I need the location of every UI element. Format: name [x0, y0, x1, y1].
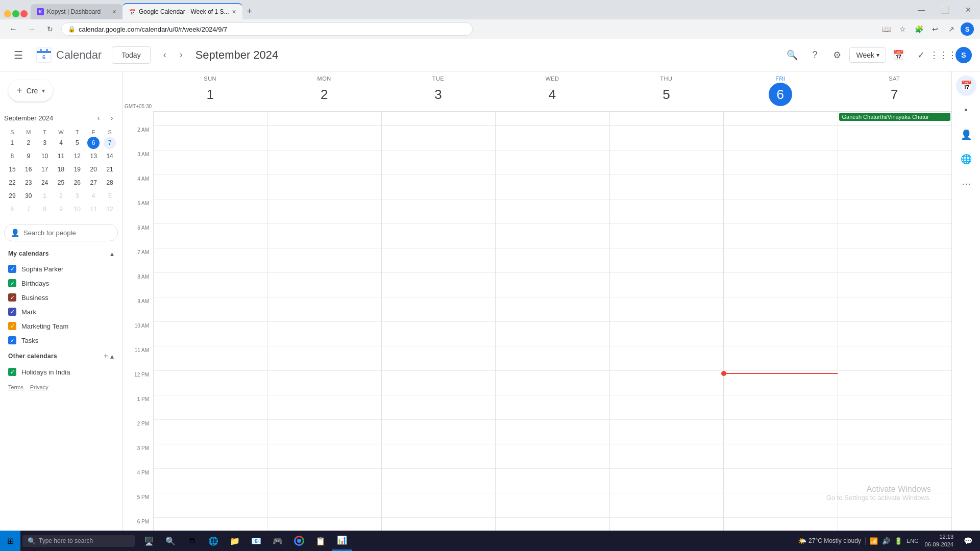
calendar-icon-btn[interactable]: 📅: [888, 45, 909, 65]
ganesh-chaturthi-event[interactable]: Ganesh Chaturthi/Vinayaka Chatur: [839, 113, 950, 121]
col-header-fri[interactable]: FRI 6: [723, 71, 837, 111]
allday-cell-tue[interactable]: [381, 112, 495, 126]
mini-day-2[interactable]: 2: [22, 137, 35, 149]
user-avatar[interactable]: S: [955, 47, 972, 63]
holidays-checkbox[interactable]: ✓: [8, 368, 16, 376]
allday-cell-wed[interactable]: [495, 112, 609, 126]
other-calendars-header[interactable]: Other calendars + ▴: [0, 347, 122, 365]
col-header-sun[interactable]: SUN 1: [153, 71, 267, 111]
volume-icon[interactable]: 🔊: [881, 536, 891, 546]
forward-btn[interactable]: →: [24, 22, 39, 36]
date-thu[interactable]: 5: [654, 83, 678, 106]
mini-cal-prev[interactable]: ‹: [92, 112, 105, 124]
taskbar-app-mail[interactable]: 📧: [246, 531, 266, 551]
taskbar-app-taskview[interactable]: ⧉: [182, 531, 202, 551]
mini-day-18[interactable]: 18: [55, 163, 67, 176]
birthdays-checkbox[interactable]: ✓: [8, 279, 16, 287]
win-close[interactable]: ✕: [957, 2, 980, 17]
mini-day-14[interactable]: 14: [104, 150, 116, 162]
taskbar-app-blue[interactable]: 📊: [332, 531, 352, 551]
cal-item-business[interactable]: ✓ Business: [0, 290, 122, 305]
right-panel-dot-icon[interactable]: •: [956, 100, 976, 120]
tab-kopyst[interactable]: K Kopyst | Dashboard ×: [31, 4, 122, 19]
mini-day-24[interactable]: 24: [39, 177, 51, 189]
date-mon[interactable]: 2: [312, 83, 336, 106]
allday-cell-sun[interactable]: [153, 112, 267, 126]
address-bar[interactable]: 🔒 calendar.google.com/calendar/u/0/r/wee…: [61, 22, 473, 36]
mini-day-17[interactable]: 17: [39, 163, 51, 176]
cal-item-birthdays[interactable]: ✓ Birthdays: [0, 276, 122, 290]
cal-item-mark[interactable]: ✓ Mark: [0, 305, 122, 319]
business-checkbox[interactable]: ✓: [8, 293, 16, 302]
col-header-wed[interactable]: WED 4: [495, 71, 609, 111]
cal-item-sophia[interactable]: ✓ Sophia Parker: [0, 262, 122, 276]
date-sat[interactable]: 7: [883, 83, 906, 106]
mini-day-22[interactable]: 22: [6, 177, 18, 189]
my-calendars-header[interactable]: My calendars ▴: [0, 245, 122, 262]
search-people-field[interactable]: 👤 Search for people: [4, 224, 118, 241]
view-selector[interactable]: Week ▾: [849, 47, 886, 63]
mini-day-oct11[interactable]: 11: [87, 203, 100, 215]
day-col-wed[interactable]: [495, 126, 609, 531]
back-btn[interactable]: ←: [6, 22, 20, 36]
date-wed[interactable]: 4: [541, 83, 564, 106]
mini-day-8[interactable]: 8: [6, 150, 18, 162]
mini-day-oct8[interactable]: 8: [39, 203, 51, 215]
marketing-checkbox[interactable]: ✓: [8, 322, 16, 330]
tasks-icon-btn[interactable]: ✓: [911, 45, 931, 65]
reload-btn[interactable]: ↻: [43, 22, 57, 36]
date-fri-today[interactable]: 6: [769, 83, 792, 106]
mini-day-oct1[interactable]: 1: [39, 190, 51, 202]
apps-btn[interactable]: ⋮⋮⋮: [933, 45, 953, 65]
win-minimize[interactable]: —: [910, 2, 933, 17]
mini-day-20[interactable]: 20: [87, 163, 100, 176]
day-col-mon[interactable]: [267, 126, 381, 531]
mini-day-oct5[interactable]: 5: [104, 190, 116, 202]
bookmark-icon[interactable]: ☆: [895, 22, 910, 36]
gcal-tab-close[interactable]: ×: [232, 8, 236, 16]
terms-link[interactable]: Terms: [8, 384, 23, 390]
maximize-btn[interactable]: [12, 10, 19, 17]
mini-day-10[interactable]: 10: [39, 150, 51, 162]
mini-day-oct9[interactable]: 9: [55, 203, 67, 215]
day-col-sat[interactable]: [838, 126, 951, 531]
mini-day-6-today[interactable]: 6: [87, 137, 100, 149]
day-col-tue[interactable]: [381, 126, 495, 531]
allday-cell-mon[interactable]: [267, 112, 381, 126]
col-header-mon[interactable]: MON 2: [267, 71, 381, 111]
mini-day-30[interactable]: 30: [22, 190, 35, 202]
new-tab-btn[interactable]: +: [242, 4, 257, 18]
taskbar-app-edge[interactable]: 🌐: [203, 531, 224, 551]
sophia-checkbox[interactable]: ✓: [8, 265, 16, 273]
taskbar-clock[interactable]: 12:13 06-09-2024: [922, 533, 957, 549]
right-panel-ellipsis-icon[interactable]: ⋯: [956, 173, 976, 194]
col-header-tue[interactable]: TUE 3: [381, 71, 495, 111]
mini-day-oct2[interactable]: 2: [55, 190, 67, 202]
tasks-checkbox[interactable]: ✓: [8, 336, 16, 344]
notification-center-icon[interactable]: 💬: [960, 533, 976, 549]
mini-day-5[interactable]: 5: [71, 137, 83, 149]
cal-item-marketing[interactable]: ✓ Marketing Team: [0, 319, 122, 333]
taskbar-search[interactable]: 🔍 Type here to search: [22, 535, 135, 547]
mini-day-13[interactable]: 13: [87, 150, 100, 162]
search-btn[interactable]: 🔍: [782, 45, 802, 65]
day-col-thu[interactable]: [609, 126, 723, 531]
win-restore[interactable]: ⬜: [933, 2, 957, 17]
mini-day-oct6[interactable]: 6: [6, 203, 18, 215]
help-btn[interactable]: ?: [804, 45, 825, 65]
reader-mode-icon[interactable]: 📖: [879, 22, 893, 36]
mini-day-29[interactable]: 29: [6, 190, 18, 202]
col-header-thu[interactable]: THU 5: [609, 71, 723, 111]
taskbar-app-search[interactable]: 🔍: [160, 531, 181, 551]
add-other-calendar-icon[interactable]: +: [104, 352, 108, 361]
today-button[interactable]: Today: [112, 46, 150, 64]
mini-day-19[interactable]: 19: [71, 163, 83, 176]
allday-cell-thu[interactable]: [609, 112, 723, 126]
day-col-sun[interactable]: [153, 126, 267, 531]
cal-item-holidays[interactable]: ✓ Holidays in India: [0, 365, 122, 379]
tab-gcal[interactable]: 📅 Google Calendar - Week of 1 S... ×: [122, 3, 242, 19]
mark-checkbox[interactable]: ✓: [8, 308, 16, 316]
mini-day-26[interactable]: 26: [71, 177, 83, 189]
taskbar-app-extra[interactable]: 📋: [310, 531, 331, 551]
mini-day-25[interactable]: 25: [55, 177, 67, 189]
